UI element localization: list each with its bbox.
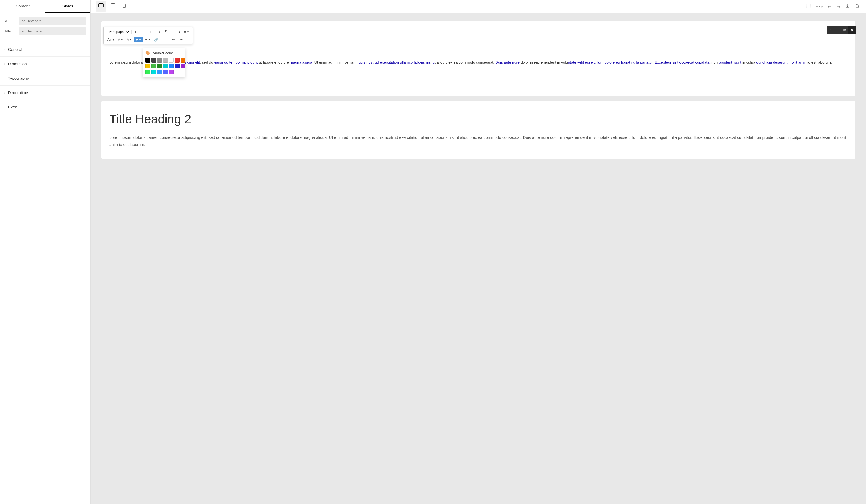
id-field-row: Id <box>4 17 86 25</box>
download-btn[interactable] <box>844 2 851 11</box>
font-family-btn[interactable]: A ▾ <box>116 36 125 43</box>
chevron-icon: › <box>4 91 5 94</box>
sidebar-item-extra[interactable]: ›Extra <box>0 100 90 114</box>
color-swatch-teal[interactable] <box>151 69 156 74</box>
svg-rect-0 <box>99 4 103 7</box>
device-tablet-btn[interactable] <box>108 2 118 11</box>
heading-2-body: Lorem ipsum dolor sit amet, consectetur … <box>109 134 847 148</box>
sidebar: Content Styles Id Title ›General›Dimensi… <box>0 0 91 504</box>
color-swatch-darkblue[interactable] <box>175 64 180 68</box>
remove-color-label: Remove color <box>152 51 173 55</box>
toolbar-row-1: Paragraph B I S U Tx ☰ ▾ ≡ ▾ <box>106 29 190 35</box>
float-delete-btn[interactable]: ✕ <box>848 26 856 34</box>
float-copy-btn[interactable]: ⧉ <box>841 26 848 34</box>
color-swatch-lightgray[interactable] <box>163 58 168 63</box>
color-swatch-lightgreen[interactable] <box>145 69 150 74</box>
color-swatch-blue[interactable] <box>169 64 174 68</box>
sidebar-item-typography[interactable]: ›Typography <box>0 71 90 86</box>
section-label: Typography <box>8 76 29 80</box>
color-swatch-purple[interactable] <box>181 64 186 68</box>
align-btn[interactable]: ≡ ▾ <box>144 36 152 43</box>
title-label: Title <box>4 29 19 33</box>
sidebar-item-dimension[interactable]: ›Dimension <box>0 57 90 71</box>
editor-block-1: Title Heading... Paragraph B I S U Tx ☰ … <box>101 21 855 96</box>
remove-color-btn[interactable]: 🎨 Remove color <box>145 51 182 55</box>
float-move-btn[interactable]: ✛ <box>833 26 841 34</box>
color-swatch-green[interactable] <box>151 64 156 68</box>
tab-content[interactable]: Content <box>0 0 45 12</box>
topbar-left <box>96 1 129 12</box>
toolbar-divider-1 <box>131 30 132 34</box>
color-swatch-darkgray[interactable] <box>151 58 156 63</box>
float-controls: ↑ ✛ ⧉ ✕ <box>827 26 856 34</box>
color-swatch-white[interactable] <box>169 58 174 63</box>
italic-btn[interactable]: I <box>141 29 147 35</box>
tab-styles[interactable]: Styles <box>45 0 91 12</box>
main-content: </> ↩ ↪ Title Heading... Paragraph <box>91 0 866 504</box>
toolbar-row-2: A↑ ▾ A ▾ A ▾ A ▾ ≡ ▾ 🔗 — ⇤ ⇥ <box>106 36 190 43</box>
paragraph-select[interactable]: Paragraph <box>106 29 130 35</box>
color-swatch-orange[interactable] <box>181 58 186 63</box>
color-swatch-cyan[interactable] <box>163 64 168 68</box>
selection-icon-btn[interactable] <box>805 2 812 11</box>
id-input[interactable] <box>19 17 86 25</box>
color-swatch-indigo[interactable] <box>163 69 168 74</box>
device-mobile-btn[interactable] <box>120 2 129 11</box>
outdent-btn[interactable]: ⇤ <box>170 36 177 43</box>
title-input[interactable] <box>19 27 86 35</box>
highlight-btn[interactable]: A ▾ <box>134 37 143 42</box>
sidebar-item-decorations[interactable]: ›Decorations <box>0 86 90 100</box>
list-btn[interactable]: ☰ ▾ <box>173 29 182 35</box>
editor-body-text-content: Lorem ipsum dolor sit amet, consectetur … <box>109 60 832 65</box>
underline-btn[interactable]: U <box>155 29 162 35</box>
heading-2-title: Title Heading 2 <box>109 112 847 126</box>
title-field-row: Title <box>4 27 86 35</box>
color-swatch-gray[interactable] <box>157 58 162 63</box>
color-swatch-yellow[interactable] <box>145 64 150 68</box>
float-up-btn[interactable]: ↑ <box>827 26 833 34</box>
sidebar-tabs: Content Styles <box>0 0 90 13</box>
script-btn[interactable]: Tx <box>163 29 170 35</box>
section-label: Dimension <box>8 61 27 66</box>
link-btn[interactable]: 🔗 <box>153 36 160 43</box>
color-swatch-black[interactable] <box>145 58 150 63</box>
color-swatch-violet[interactable] <box>169 69 174 74</box>
sidebar-fields: Id Title <box>0 13 90 42</box>
font-size-btn[interactable]: A↑ ▾ <box>106 36 116 43</box>
svg-rect-5 <box>807 4 811 8</box>
font-color-btn[interactable]: A ▾ <box>125 36 133 43</box>
section-label: Decorations <box>8 90 29 95</box>
color-swatch-skyblue[interactable] <box>157 69 162 74</box>
chevron-icon: › <box>4 105 5 109</box>
color-grid <box>145 58 182 74</box>
section-label: General <box>8 47 22 52</box>
sidebar-item-general[interactable]: ›General <box>0 42 90 57</box>
color-picker-popup: 🎨 Remove color <box>143 48 185 77</box>
svg-point-2 <box>113 7 113 8</box>
hr-btn[interactable]: — <box>160 36 167 43</box>
section-label: Extra <box>8 105 17 109</box>
indent-btn[interactable]: ⇥ <box>178 36 185 43</box>
delete-btn[interactable] <box>854 2 861 11</box>
remove-color-icon: 🎨 <box>145 51 150 55</box>
topbar: </> ↩ ↪ <box>91 0 866 13</box>
sections-list: ›General›Dimension›Typography›Decoration… <box>0 42 90 114</box>
chevron-icon: › <box>4 48 5 51</box>
topbar-right: </> ↩ ↪ <box>805 2 861 11</box>
toolbar-divider-2 <box>171 30 171 34</box>
color-swatch-red[interactable] <box>175 58 180 63</box>
id-label: Id <box>4 19 19 23</box>
chevron-icon: › <box>4 77 5 80</box>
strike-btn[interactable]: S <box>148 29 155 35</box>
undo-btn[interactable]: ↩ <box>826 3 833 11</box>
canvas-area: Title Heading... Paragraph B I S U Tx ☰ … <box>91 13 866 504</box>
device-desktop-btn[interactable] <box>96 1 106 12</box>
ordered-list-btn[interactable]: ≡ ▾ <box>182 29 190 35</box>
redo-btn[interactable]: ↪ <box>835 3 842 11</box>
toolbar-divider-3 <box>169 37 169 42</box>
bold-btn[interactable]: B <box>133 29 140 35</box>
editor-body-text: Lorem ipsum dolor sit amet, consectetur … <box>109 59 847 66</box>
heading-block-2: Title Heading 2 Lorem ipsum dolor sit am… <box>101 101 855 159</box>
color-swatch-darkgreen[interactable] <box>157 64 162 68</box>
code-btn[interactable]: </> <box>815 3 824 10</box>
